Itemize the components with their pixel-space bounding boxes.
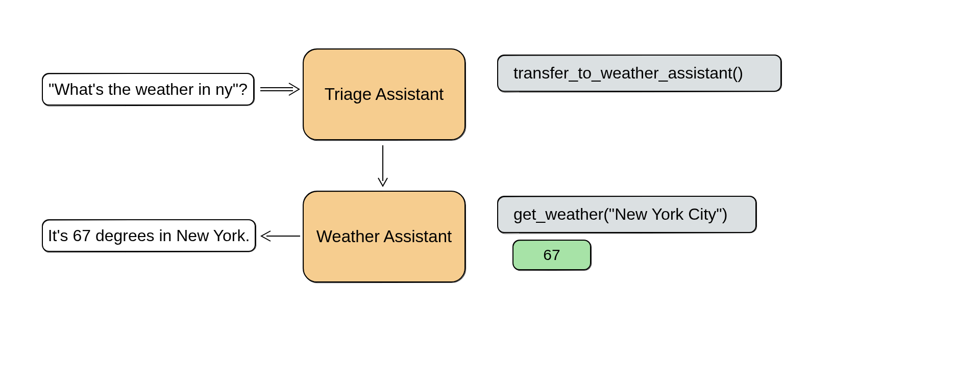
arrow-triage-to-weather: [375, 144, 390, 190]
triage-assistant-text: Triage Assistant: [325, 84, 444, 105]
final-answer-text: It's 67 degrees in New York.: [48, 226, 250, 245]
weather-assistant-box: Weather Assistant: [303, 191, 465, 282]
tool-result-text: 67: [543, 246, 560, 264]
user-query-box: "What's the weather in ny"?: [42, 73, 254, 106]
tool-transfer-box: transfer_to_weather_assistant(): [497, 55, 781, 92]
tool-transfer-text: transfer_to_weather_assistant(): [513, 63, 743, 83]
tool-result-box: 67: [512, 240, 591, 270]
tool-get-weather-text: get_weather("New York City"): [513, 204, 727, 224]
arrow-weather-to-answer: [259, 228, 303, 244]
user-query-text: "What's the weather in ny"?: [48, 80, 248, 99]
arrow-query-to-triage: [259, 81, 303, 98]
final-answer-box: It's 67 degrees in New York.: [42, 219, 256, 252]
tool-get-weather-box: get_weather("New York City"): [497, 196, 756, 233]
triage-assistant-box: Triage Assistant: [303, 48, 465, 140]
diagram-canvas: "What's the weather in ny"? Triage Assis…: [0, 0, 980, 389]
weather-assistant-text: Weather Assistant: [316, 226, 452, 247]
